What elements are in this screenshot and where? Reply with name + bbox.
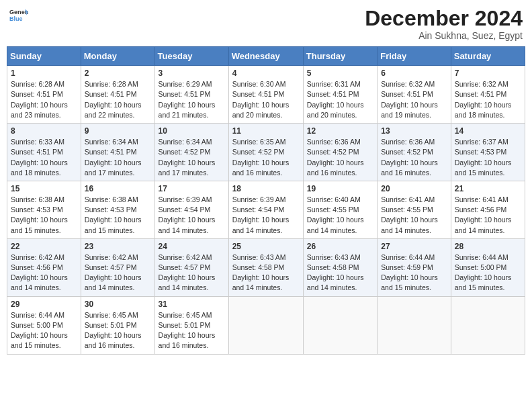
sunset-label: Sunset: 4:51 PM (11, 148, 63, 156)
sunset-label: Sunset: 4:51 PM (381, 90, 433, 98)
daylight-label: Daylight: 10 hours and 20 minutes. (232, 101, 290, 119)
day-info: Sunrise: 6:42 AM Sunset: 4:56 PM Dayligh… (11, 253, 77, 293)
calendar-cell: 19 Sunrise: 6:40 AM Sunset: 4:55 PM Dayl… (303, 181, 377, 238)
day-number: 26 (307, 242, 373, 251)
sunset-label: Sunset: 4:58 PM (232, 263, 285, 271)
daylight-label: Daylight: 10 hours and 14 minutes. (159, 216, 216, 234)
day-info: Sunrise: 6:38 AM Sunset: 4:53 PM Dayligh… (85, 195, 151, 236)
day-info: Sunrise: 6:43 AM Sunset: 4:58 PM Dayligh… (232, 253, 300, 293)
sunrise-label: Sunrise: 6:31 AM (307, 80, 361, 88)
day-number: 17 (159, 184, 225, 193)
day-info: Sunrise: 6:32 AM Sunset: 4:51 PM Dayligh… (455, 79, 521, 120)
calendar-cell (378, 296, 451, 354)
calendar-week-row: 15 Sunrise: 6:38 AM Sunset: 4:53 PM Dayl… (7, 181, 525, 238)
sunrise-label: Sunrise: 6:35 AM (232, 138, 286, 146)
calendar-week-row: 8 Sunrise: 6:33 AM Sunset: 4:51 PM Dayli… (7, 124, 525, 181)
day-number: 15 (11, 184, 77, 193)
svg-text:Blue: Blue (9, 15, 23, 22)
calendar-cell: 3 Sunrise: 6:29 AM Sunset: 4:51 PM Dayli… (154, 66, 228, 124)
calendar-header-row: SundayMondayTuesdayWednesdayThursdayFrid… (7, 47, 525, 66)
sunrise-label: Sunrise: 6:39 AM (159, 195, 212, 203)
daylight-label: Daylight: 10 hours and 15 minutes. (381, 273, 438, 291)
calendar-cell: 18 Sunrise: 6:39 AM Sunset: 4:54 PM Dayl… (228, 181, 303, 238)
sunrise-label: Sunrise: 6:41 AM (381, 195, 435, 203)
calendar-cell: 22 Sunrise: 6:42 AM Sunset: 4:56 PM Dayl… (7, 238, 81, 296)
day-number: 8 (11, 126, 77, 136)
sunset-label: Sunset: 4:51 PM (455, 90, 507, 98)
sunset-label: Sunset: 4:52 PM (381, 148, 433, 156)
day-number: 27 (381, 242, 447, 251)
day-number: 28 (455, 242, 521, 251)
sunset-label: Sunset: 4:53 PM (85, 205, 137, 214)
col-header-thursday: Thursday (303, 47, 377, 66)
calendar-cell: 7 Sunrise: 6:32 AM Sunset: 4:51 PM Dayli… (451, 66, 525, 124)
calendar-cell: 27 Sunrise: 6:44 AM Sunset: 4:59 PM Dayl… (378, 238, 451, 296)
sunrise-label: Sunrise: 6:28 AM (85, 80, 138, 88)
daylight-label: Daylight: 10 hours and 22 minutes. (85, 101, 142, 119)
sunset-label: Sunset: 4:51 PM (85, 148, 137, 156)
sunset-label: Sunset: 4:51 PM (307, 90, 359, 98)
day-number: 31 (159, 300, 225, 309)
sunset-label: Sunset: 4:58 PM (307, 263, 359, 271)
day-number: 9 (85, 126, 151, 136)
calendar-cell: 10 Sunrise: 6:34 AM Sunset: 4:52 PM Dayl… (154, 124, 228, 181)
logo-icon: General Blue (9, 7, 28, 28)
daylight-label: Daylight: 10 hours and 14 minutes. (85, 273, 142, 291)
col-header-friday: Friday (378, 47, 451, 66)
sunrise-label: Sunrise: 6:44 AM (11, 311, 64, 319)
sunrise-label: Sunrise: 6:43 AM (232, 253, 286, 261)
calendar-cell: 21 Sunrise: 6:41 AM Sunset: 4:56 PM Dayl… (451, 181, 525, 238)
day-number: 4 (232, 68, 300, 78)
sunset-label: Sunset: 4:52 PM (159, 148, 211, 156)
daylight-label: Daylight: 10 hours and 18 minutes. (455, 101, 512, 119)
day-info: Sunrise: 6:45 AM Sunset: 5:01 PM Dayligh… (159, 310, 225, 351)
logo: General Blue (9, 7, 28, 28)
sunrise-label: Sunrise: 6:34 AM (85, 138, 138, 146)
calendar-cell: 23 Sunrise: 6:42 AM Sunset: 4:57 PM Dayl… (81, 238, 154, 296)
daylight-label: Daylight: 10 hours and 14 minutes. (232, 273, 290, 291)
sunset-label: Sunset: 4:54 PM (232, 205, 285, 214)
calendar-cell (228, 296, 303, 354)
daylight-label: Daylight: 10 hours and 14 minutes. (232, 216, 290, 234)
sunrise-label: Sunrise: 6:30 AM (232, 80, 286, 88)
sunset-label: Sunset: 5:00 PM (455, 263, 507, 271)
sunrise-label: Sunrise: 6:36 AM (307, 138, 361, 146)
day-info: Sunrise: 6:28 AM Sunset: 4:51 PM Dayligh… (11, 79, 77, 120)
calendar-cell: 4 Sunrise: 6:30 AM Sunset: 4:51 PM Dayli… (228, 66, 303, 124)
calendar-cell: 26 Sunrise: 6:43 AM Sunset: 4:58 PM Dayl… (303, 238, 377, 296)
sunrise-label: Sunrise: 6:45 AM (85, 311, 138, 319)
daylight-label: Daylight: 10 hours and 15 minutes. (85, 216, 142, 234)
day-info: Sunrise: 6:43 AM Sunset: 4:58 PM Dayligh… (307, 253, 373, 293)
daylight-label: Daylight: 10 hours and 20 minutes. (307, 101, 364, 119)
day-info: Sunrise: 6:42 AM Sunset: 4:57 PM Dayligh… (85, 253, 151, 293)
daylight-label: Daylight: 10 hours and 14 minutes. (307, 216, 364, 234)
daylight-label: Daylight: 10 hours and 14 minutes. (455, 216, 512, 234)
sunset-label: Sunset: 4:51 PM (11, 90, 63, 98)
calendar-cell: 17 Sunrise: 6:39 AM Sunset: 4:54 PM Dayl… (154, 181, 228, 238)
sunrise-label: Sunrise: 6:44 AM (381, 253, 435, 261)
day-number: 13 (381, 126, 447, 136)
sunrise-label: Sunrise: 6:29 AM (159, 80, 212, 88)
day-number: 10 (159, 126, 225, 136)
daylight-label: Daylight: 10 hours and 16 minutes. (232, 158, 290, 177)
sunset-label: Sunset: 5:01 PM (85, 321, 137, 329)
day-info: Sunrise: 6:41 AM Sunset: 4:55 PM Dayligh… (381, 195, 447, 236)
day-number: 3 (159, 68, 225, 78)
location-subtitle: Ain Sukhna, Suez, Egypt (365, 30, 523, 41)
calendar-cell: 14 Sunrise: 6:37 AM Sunset: 4:53 PM Dayl… (451, 124, 525, 181)
day-info: Sunrise: 6:28 AM Sunset: 4:51 PM Dayligh… (85, 79, 151, 120)
sunset-label: Sunset: 4:51 PM (85, 90, 137, 98)
calendar-cell: 15 Sunrise: 6:38 AM Sunset: 4:53 PM Dayl… (7, 181, 81, 238)
daylight-label: Daylight: 10 hours and 16 minutes. (85, 331, 142, 349)
daylight-label: Daylight: 10 hours and 15 minutes. (455, 158, 512, 177)
day-info: Sunrise: 6:31 AM Sunset: 4:51 PM Dayligh… (307, 79, 373, 120)
calendar-cell: 31 Sunrise: 6:45 AM Sunset: 5:01 PM Dayl… (154, 296, 228, 354)
sunrise-label: Sunrise: 6:36 AM (381, 138, 435, 146)
day-number: 2 (85, 68, 151, 78)
day-info: Sunrise: 6:44 AM Sunset: 5:00 PM Dayligh… (455, 253, 521, 293)
day-info: Sunrise: 6:34 AM Sunset: 4:52 PM Dayligh… (159, 137, 225, 178)
day-number: 5 (307, 68, 373, 78)
day-info: Sunrise: 6:44 AM Sunset: 5:00 PM Dayligh… (11, 310, 77, 351)
calendar-cell: 2 Sunrise: 6:28 AM Sunset: 4:51 PM Dayli… (81, 66, 154, 124)
sunset-label: Sunset: 4:59 PM (381, 263, 433, 271)
